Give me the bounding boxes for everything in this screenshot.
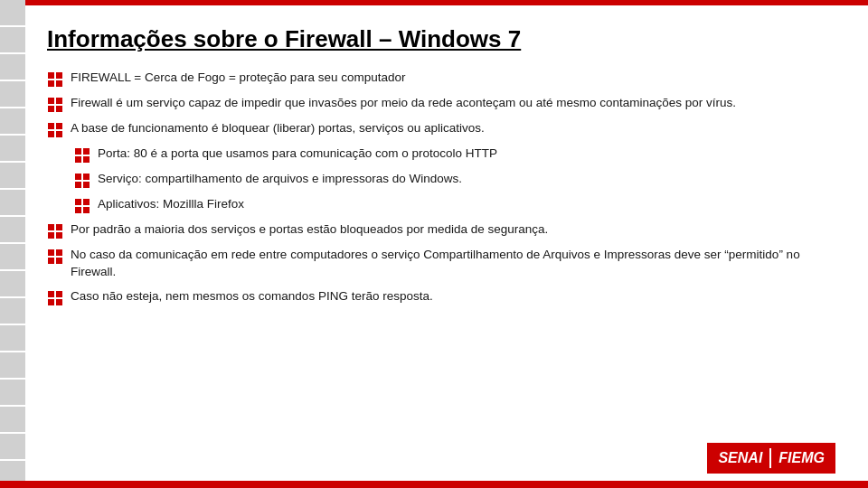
bullet-icon-5: [74, 173, 90, 189]
bottom-bar: [0, 481, 868, 488]
bullet-section: FIREWALL = Cerca de Fogo = proteção para…: [47, 70, 835, 314]
bullet-icon-2: [47, 97, 63, 113]
bullet-icon-4: [74, 147, 90, 164]
svg-rect-10: [48, 131, 54, 137]
bullet-text-7: Por padrão a maioria dos serviços e port…: [71, 221, 835, 239]
svg-rect-26: [48, 232, 54, 239]
svg-rect-32: [48, 291, 54, 297]
svg-rect-25: [56, 224, 62, 230]
svg-rect-23: [83, 207, 90, 213]
bullet-text-3: A base de funcionamento é bloquear (libe…: [71, 120, 835, 137]
bullet-item-1: FIREWALL = Cerca de Fogo = proteção para…: [47, 70, 835, 88]
svg-rect-21: [83, 199, 90, 205]
page-title: Informações sobre o Firewall – Windows 7: [47, 25, 835, 53]
bullet-icon-7: [47, 223, 63, 239]
svg-rect-5: [56, 98, 62, 104]
svg-rect-30: [48, 258, 54, 264]
svg-rect-14: [75, 156, 81, 163]
svg-rect-27: [56, 232, 62, 239]
svg-rect-0: [48, 72, 54, 79]
svg-rect-19: [83, 182, 90, 188]
svg-rect-29: [56, 249, 62, 256]
bullet-text-1: FIREWALL = Cerca de Fogo = proteção para…: [71, 70, 835, 87]
bullet-text-4: Porta: 80 é a porta que usamos para comu…: [98, 145, 835, 163]
bullet-icon-9: [47, 290, 63, 306]
bullet-text-5: Serviço: compartilhamento de arquivos e …: [98, 171, 835, 188]
svg-rect-33: [56, 291, 62, 297]
bullet-text-9: Caso não esteja, nem mesmos os comandos …: [71, 288, 835, 305]
svg-rect-28: [48, 249, 54, 256]
svg-rect-17: [83, 174, 90, 180]
bullet-icon-6: [74, 198, 90, 214]
svg-rect-22: [75, 207, 81, 213]
svg-rect-4: [48, 98, 54, 104]
bullet-item-9: Caso não esteja, nem mesmos os comandos …: [47, 288, 835, 306]
svg-rect-34: [48, 299, 54, 305]
svg-rect-8: [48, 123, 54, 129]
logo-area: SENAI FIEMG: [707, 443, 835, 474]
svg-rect-13: [83, 148, 90, 155]
svg-rect-35: [56, 299, 62, 305]
bullet-text-8: No caso da comunicação em rede entre com…: [71, 247, 835, 281]
svg-rect-9: [56, 123, 62, 129]
svg-rect-31: [56, 258, 62, 264]
bullet-item-8: No caso da comunicação em rede entre com…: [47, 247, 835, 281]
bullet-item-6: Aplicativos: Mozillla Firefox: [47, 196, 835, 214]
bullet-item-2: Firewall é um serviço capaz de impedir q…: [47, 95, 835, 113]
bullet-text-2: Firewall é um serviço capaz de impedir q…: [71, 95, 835, 112]
bullet-text-6: Aplicativos: Mozillla Firefox: [98, 196, 835, 213]
bullet-item-7: Por padrão a maioria dos serviços e port…: [47, 221, 835, 239]
main-content: Informações sobre o Firewall – Windows 7…: [0, 5, 868, 488]
bullet-icon-3: [47, 122, 63, 138]
bullet-item-5: Serviço: compartilhamento de arquivos e …: [47, 171, 835, 189]
svg-rect-7: [56, 106, 62, 112]
svg-rect-6: [48, 106, 54, 112]
svg-rect-12: [75, 148, 81, 155]
bullet-item-3: A base de funcionamento é bloquear (libe…: [47, 120, 835, 138]
svg-rect-11: [56, 131, 62, 137]
logo-senai: SENAI: [718, 450, 762, 466]
svg-rect-16: [75, 174, 81, 180]
svg-rect-3: [56, 80, 62, 87]
bullet-icon-1: [47, 71, 63, 88]
svg-rect-1: [56, 72, 62, 79]
bullet-icon-8: [47, 249, 63, 265]
svg-rect-24: [48, 224, 54, 230]
bullet-item-4: Porta: 80 é a porta que usamos para comu…: [47, 145, 835, 164]
page: Informações sobre o Firewall – Windows 7…: [0, 0, 868, 488]
logo-divider: [769, 448, 771, 468]
svg-rect-2: [48, 80, 54, 87]
svg-rect-18: [75, 182, 81, 188]
svg-rect-15: [83, 156, 90, 163]
svg-rect-20: [75, 199, 81, 205]
logo-fiemg: FIEMG: [778, 450, 825, 466]
